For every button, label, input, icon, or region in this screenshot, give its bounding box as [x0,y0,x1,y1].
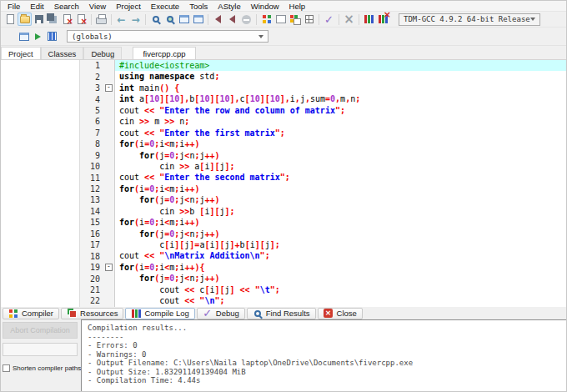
code-line[interactable]: for(i=0;i<m;i++){ [119,262,566,273]
code-line[interactable]: cout << c[i][j] << "\t"; [119,284,566,295]
find-results-magnifier-icon [253,309,263,319]
compile-progress-bar [3,343,78,356]
menu-item-tools[interactable]: Tools [184,1,213,12]
shorten-paths-checkbox[interactable] [3,364,10,372]
code-line[interactable]: cin >>b [i][j]; [119,206,566,217]
code-line[interactable]: using namespace std; [119,71,566,82]
menu-item-file[interactable]: File [3,1,25,12]
tab-close[interactable]: Close [318,308,363,319]
run-arrow-icon[interactable] [31,30,45,43]
tab-debug-output[interactable]: Debug [197,308,245,319]
replace-icon[interactable] [163,13,177,26]
save-all-icon[interactable] [46,13,60,26]
open-file-icon[interactable] [18,13,32,26]
close-all-icon[interactable] [74,13,88,26]
class-browser-select[interactable]: (globals) [67,30,268,43]
code-line[interactable]: cout << "\n"; [119,295,566,306]
menu-item-astyle[interactable]: AStyle [213,1,245,12]
code-line[interactable]: for(j=0;j<n;j++) [119,273,566,284]
code-line[interactable]: c[i][j]=a[i][j]+b[i][j]; [119,239,566,250]
menu-item-edit[interactable]: Edit [25,1,48,12]
code-line[interactable]: for(j=0;j<n;j++) [119,194,566,205]
code-line[interactable]: for(j=0;j<n;j++) [119,150,566,161]
file-tab-fivercpp[interactable]: fivercpp.cpp [133,47,195,59]
code-line[interactable]: cout << "Enter the first matrix"; [119,128,566,138]
toolbar-separator [339,14,339,25]
code-lines[interactable]: #include<iostream>using namespace std;in… [115,60,566,307]
tab-find-results[interactable]: Find Results [247,308,316,319]
code-line[interactable]: cin >> m >> n; [119,116,566,127]
shorten-paths-option[interactable]: Shorten compiler paths [3,364,78,372]
profile-analysis-icon[interactable] [362,13,376,26]
tab-row: Project Classes Debug fivercpp.cpp [1,46,566,60]
code-line[interactable]: int a[10][10],b[10][10],c[10][10],i,j,su… [119,93,566,104]
tab-close-label: Close [337,309,357,318]
compile-icon[interactable] [259,13,273,26]
delete-profiling-icon[interactable] [376,13,390,26]
abort-icon[interactable] [239,13,253,26]
line-number: 10 [80,162,103,171]
close-file-icon[interactable] [60,13,74,26]
find-icon[interactable] [148,13,163,26]
toolbar-separator [208,14,208,25]
bookmark-icon[interactable] [191,13,205,26]
redo-icon[interactable] [128,13,143,26]
tab-debug[interactable]: Debug [83,47,122,59]
toolbar-separator [319,14,319,25]
new-file-icon[interactable] [3,13,18,26]
line-number: 1 [80,61,103,70]
syntax-check-icon[interactable] [322,13,336,26]
print-icon[interactable] [94,13,108,26]
goto-line-icon[interactable] [177,13,191,26]
menu-item-search[interactable]: Search [49,1,84,12]
rebuild-all-icon[interactable] [302,13,316,26]
code-line[interactable]: cout << "\nMatrix Addition\n"; [119,250,566,261]
navigate-forward-icon[interactable] [225,13,239,26]
line-number: 11 [80,173,103,183]
menu-bar: File Edit Search View Project Execute To… [1,1,566,12]
line-number: 15 [80,218,103,227]
code-line[interactable]: cout << "Enter the row and column of mat… [119,105,566,116]
code-line[interactable]: int main() { [119,83,566,93]
window-icon[interactable] [17,30,31,43]
tab-project[interactable]: Project [1,47,41,59]
code-line[interactable]: cin >> a[i][j]; [119,161,566,172]
project-panel[interactable] [1,60,80,307]
line-number: 19 [80,263,103,272]
code-line[interactable]: #include<iostream> [115,60,566,71]
code-editor: 12345678910111213141516171819202122 #inc… [80,60,566,307]
fold-toggle-icon[interactable] [105,84,113,92]
line-number: 6 [80,117,103,126]
code-line[interactable]: for(i=0;i<m;i++) [119,138,566,149]
abort-compilation-icon[interactable] [342,13,356,26]
close-red-icon [324,309,334,319]
pause-bars-icon[interactable] [45,30,59,43]
tab-resources[interactable]: Resources [61,308,123,319]
tab-compiler[interactable]: Compiler [3,308,59,319]
compiler-select[interactable]: TDM-GCC 4.9.2 64-bit Release [399,13,540,26]
toolbar-separator [359,14,359,25]
menu-item-execute[interactable]: Execute [146,1,184,12]
undo-icon[interactable] [114,13,128,26]
menu-item-project[interactable]: Project [111,1,146,12]
tab-compiler-label: Compiler [22,309,53,318]
compile-and-run-icon[interactable] [288,13,302,26]
tab-classes[interactable]: Classes [41,47,84,59]
menu-item-window[interactable]: Window [246,1,284,12]
tab-compile-log[interactable]: Compile Log [125,308,194,319]
code-line[interactable]: for(j=0;j<n;j++) [119,229,566,239]
menu-item-help[interactable]: Help [284,1,311,12]
compiler-grid-icon [8,309,18,319]
code-line[interactable]: for(i=0;i<m;i++) [119,183,566,194]
line-number: 17 [80,240,103,249]
code-line[interactable]: cout << "Enter the second matrix"; [119,172,566,183]
run-icon[interactable] [273,13,288,26]
code-line[interactable]: for(i=0;i<m;i++) [119,217,566,228]
fold-toggle-icon[interactable] [105,264,113,271]
save-icon[interactable] [32,13,46,26]
menu-item-view[interactable]: View [84,1,111,12]
navigate-back-icon[interactable] [211,13,225,26]
abort-compilation-button[interactable]: Abort Compilation [3,322,78,339]
chevron-down-icon [258,35,263,38]
line-number: 7 [80,128,103,138]
